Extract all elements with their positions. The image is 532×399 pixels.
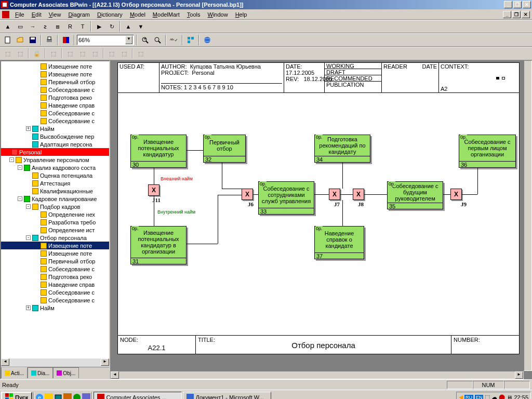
tree-item[interactable]: -Подбор кадров <box>1 203 109 210</box>
canvas-scrollbar-h[interactable]: ◄ ► <box>110 371 524 379</box>
tree-tab[interactable]: Obj... <box>53 367 79 378</box>
tree-item[interactable]: Наведение справ <box>1 281 109 288</box>
ql-ie-icon[interactable]: e <box>35 393 44 400</box>
tree-item[interactable]: Собеседование с <box>1 265 109 273</box>
tree-tab[interactable]: Dia... <box>28 367 53 378</box>
tree-scrollbar-h[interactable]: ◄ ► <box>1 358 109 367</box>
ql-icon-6[interactable] <box>82 393 90 400</box>
minimize-button[interactable]: _ <box>504 1 512 8</box>
tray-icon-7[interactable]: 🖥 <box>507 394 512 400</box>
ql-icon-4[interactable] <box>63 393 72 400</box>
tree-toggle-icon[interactable]: + <box>26 305 31 310</box>
ql-desktop-icon[interactable] <box>54 393 62 400</box>
squiggle-tool[interactable]: ƨ <box>39 21 51 32</box>
mdi-close-button[interactable]: ✕ <box>522 11 530 18</box>
menu-tools[interactable]: Tools <box>183 10 204 19</box>
tree-item[interactable]: Подготовка реко <box>1 273 109 281</box>
zoom-out-button[interactable] <box>152 34 163 46</box>
tray-icon-2[interactable]: RU <box>464 395 473 400</box>
tree-item[interactable]: Собеседование с <box>1 296 109 304</box>
print-button[interactable] <box>44 34 55 46</box>
activity-box[interactable]: 0р.Первичный отбор32 <box>203 135 246 163</box>
text-tool[interactable]: T <box>77 21 88 32</box>
tree-item[interactable]: Извещение поте <box>1 249 109 257</box>
play-button[interactable]: ▶ <box>94 21 105 32</box>
tree-item[interactable]: Personal <box>1 148 109 156</box>
tree-item[interactable]: Собеседование с <box>1 117 109 125</box>
tree-item[interactable]: Наведение справ <box>1 101 109 109</box>
tree-item[interactable]: Собеседование с <box>1 86 109 94</box>
new-button[interactable] <box>2 34 14 46</box>
tree-item[interactable]: Подготовка реко <box>1 94 109 101</box>
scroll-right-icon[interactable]: ► <box>101 358 109 366</box>
mdi-restore-button[interactable]: ❐ <box>512 11 521 18</box>
tree-toggle-icon[interactable]: - <box>26 204 31 209</box>
organizer-button[interactable] <box>185 34 196 46</box>
tree-item[interactable]: Собеседование с <box>1 109 109 117</box>
tree-item[interactable]: Определение ист <box>1 226 109 234</box>
down-button[interactable]: ▼ <box>135 21 147 32</box>
menu-modelmart[interactable]: ModelMart <box>149 10 183 19</box>
tree-item[interactable]: +Найм <box>1 125 109 132</box>
tree-item[interactable]: Аттестация <box>1 179 109 187</box>
maximize-button[interactable]: ❐ <box>513 1 522 8</box>
tree-toggle-icon[interactable]: - <box>26 235 31 240</box>
junction-box[interactable]: X <box>148 184 159 196</box>
tree-item[interactable]: Адаптация персона <box>1 140 109 148</box>
tree-toggle-icon[interactable]: + <box>26 126 31 131</box>
scroll-left-icon[interactable]: ◄ <box>111 371 119 379</box>
junction-box[interactable]: X <box>329 189 340 200</box>
pointer-tool[interactable]: ▲ <box>2 21 14 32</box>
diagram-body[interactable]: 0р.Извещение потенциальных кандидатур300… <box>118 93 519 336</box>
menu-help[interactable]: Help <box>232 10 251 19</box>
spellcheck-button[interactable]: ᴬᴮᶜ✓ <box>168 34 180 46</box>
arrow-tool[interactable]: → <box>27 21 38 32</box>
activity-box[interactable]: 0р.Собеседование с первым лицом организа… <box>459 135 516 168</box>
tree-item[interactable]: -Управление персоналом <box>1 156 109 164</box>
taskbar-item[interactable]: Computer Associates ... <box>94 392 182 400</box>
junction-box[interactable]: X <box>450 189 462 200</box>
tree-item[interactable]: -Кадровое планирование <box>1 195 109 203</box>
tree-item[interactable]: Квалификационные <box>1 187 109 195</box>
tree-item[interactable]: -Анализ кадрового соста <box>1 164 109 171</box>
activity-box[interactable]: 0р.Собеседование с будущим руководителем… <box>387 181 443 209</box>
refresh-button[interactable]: ↻ <box>106 21 117 32</box>
globe-button[interactable] <box>202 34 213 46</box>
junction-box[interactable]: X <box>353 189 364 200</box>
tree-toggle-icon[interactable]: - <box>18 196 22 201</box>
tree-item[interactable]: Извещение поте <box>1 70 109 78</box>
menu-model[interactable]: Model <box>126 10 149 19</box>
ql-icon-5[interactable] <box>73 393 81 400</box>
clock[interactable]: 22:55 <box>514 394 528 400</box>
up-button[interactable]: ▲ <box>123 21 134 32</box>
ql-icon-2[interactable] <box>45 393 53 400</box>
zoom-in-button[interactable]: + <box>139 34 151 46</box>
tree-item[interactable]: Оценка потенциала <box>1 171 109 179</box>
palette-button[interactable] <box>60 34 72 46</box>
referent-tool[interactable]: R <box>64 21 76 32</box>
canvas-scrollbar-v[interactable] <box>524 60 532 371</box>
tree-item[interactable]: Определение нех <box>1 210 109 218</box>
tree-item[interactable]: +Найм <box>1 304 109 312</box>
tray-icon-6[interactable]: ⬤ <box>499 394 505 399</box>
activity-box[interactable]: 0р.Подготовка рекомендаций по кандидату3… <box>314 135 370 163</box>
tree-content[interactable]: Извещение потеИзвещение потеПервичный от… <box>1 61 109 358</box>
diagram-page[interactable]: USED AT: AUTHOR: Купцова Татьяна Юрьевна… <box>117 62 520 354</box>
mdi-minimize-button[interactable]: _ <box>503 11 511 18</box>
start-button[interactable]: Пуск <box>1 392 32 400</box>
tree-item[interactable]: Первичный отбор <box>1 78 109 86</box>
tree-item[interactable]: Высвобождение пер <box>1 132 109 140</box>
menu-file[interactable]: File <box>11 10 28 19</box>
zoom-dropdown-icon[interactable]: ▼ <box>125 36 132 44</box>
tray-icon-1[interactable]: ◀ <box>459 394 463 399</box>
junction-box[interactable]: X <box>242 189 253 200</box>
canvas-area[interactable]: USED AT: AUTHOR: Купцова Татьяна Юрьевна… <box>110 60 532 379</box>
tree-toggle-icon[interactable]: - <box>18 165 22 170</box>
activity-box[interactable]: 0р.Извещение потенциальных кандидатур в … <box>130 226 187 264</box>
menu-diagram[interactable]: Diagram <box>64 10 94 19</box>
open-button[interactable] <box>15 34 26 46</box>
menu-edit[interactable]: Edit <box>28 10 45 19</box>
tree-item[interactable]: Собеседование с <box>1 288 109 296</box>
tree-toggle-icon[interactable]: - <box>9 157 14 162</box>
scroll-left-icon[interactable]: ◄ <box>1 358 9 366</box>
